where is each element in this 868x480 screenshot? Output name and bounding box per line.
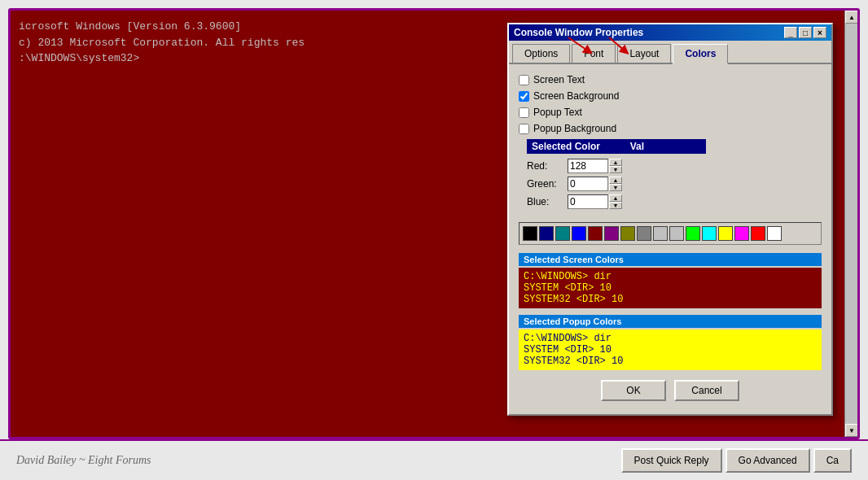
tab-font[interactable]: Font [572,44,616,63]
signature-text: David Bailey ~ Eight Forums [16,454,151,467]
popup-preview-line2: SYSTEM <DIR> 10 [524,344,817,356]
minimize-button[interactable]: _ [784,27,797,38]
screen-bg-row: Screen Background [519,90,649,102]
swatch-magenta[interactable] [734,226,749,241]
tab-options[interactable]: Options [512,44,570,63]
screen-text-checkbox[interactable] [519,75,529,85]
screen-preview-line2: SYSTEM <DIR> 10 [524,282,817,294]
popup-colors-section: Selected Popup Colors C:\WINDOWS> dir SY… [519,315,822,370]
swatch-green[interactable] [686,226,700,241]
popup-preview: C:\WINDOWS> dir SYSTEM <DIR> 10 SYSTEM32… [519,329,822,370]
bottom-bar: David Bailey ~ Eight Forums Post Quick R… [0,439,868,480]
titlebar-buttons: _ □ × [784,27,826,38]
swatch-white[interactable] [767,226,782,241]
swatch-teal[interactable] [555,226,570,241]
red-label: Red: [527,160,568,172]
red-input[interactable] [568,159,608,173]
swatch-black[interactable] [523,226,537,241]
popup-preview-line1: C:\WINDOWS> dir [524,333,817,344]
swatch-red[interactable] [751,226,765,241]
post-quick-reply-button[interactable]: Post Quick Reply [621,448,722,473]
blue-down-button[interactable]: ▼ [609,202,622,209]
green-spinner-row: Green: ▲ ▼ [527,177,706,191]
val-label: Val [630,141,644,152]
red-down-button[interactable]: ▼ [609,166,622,173]
screen-colors-section: Selected Screen Colors C:\WINDOWS> dir S… [519,253,822,308]
tab-layout[interactable]: Layout [617,44,671,63]
red-up-button[interactable]: ▲ [609,159,622,166]
dialog-titlebar: Console Window Properties _ □ × [509,24,831,41]
close-button[interactable]: × [813,27,826,38]
blue-up-button[interactable]: ▲ [609,194,622,202]
scrollbar: ▲ ▼ [844,11,857,437]
screen-bg-checkbox[interactable] [519,91,529,102]
ok-button[interactable]: OK [601,380,666,401]
tab-bar: Options Font Layout Colors [509,41,831,64]
popup-bg-row: Popup Background [519,123,649,134]
color-values-column: Selected Color Val Red: ▲ ▼ Gre [527,139,706,212]
dialog-button-row: OK Cancel [519,380,822,404]
screen-colors-header: Selected Screen Colors [519,253,822,266]
red-spinner-row: Red: ▲ ▼ [527,159,706,173]
bottom-button-row: Post Quick Reply Go Advanced Ca [621,448,852,473]
maximize-button[interactable]: □ [799,27,812,38]
cancel-button[interactable]: Cancel [674,380,739,401]
screen-preview-line3: SYSTEM32 <DIR> 10 [524,294,817,305]
checkbox-column: Screen Text Screen Background Popup Text… [519,74,649,139]
popup-bg-label: Popup Background [533,123,616,134]
green-spinners: ▲ ▼ [609,177,622,191]
palette-row [523,226,818,241]
scroll-up-button[interactable]: ▲ [845,11,858,24]
main-content-area: icrosoft Windows [Version 6.3.9600] c) 2… [8,8,860,439]
green-input[interactable] [568,177,608,191]
dialog-content: Screen Text Screen Background Popup Text… [509,64,831,414]
scroll-track[interactable] [845,24,857,424]
green-down-button[interactable]: ▼ [609,184,622,191]
popup-preview-line3: SYSTEM32 <DIR> 10 [524,356,817,367]
swatch-darkred[interactable] [588,226,603,241]
swatch-cyan[interactable] [702,226,717,241]
popup-colors-header: Selected Popup Colors [519,315,822,328]
swatch-silver2[interactable] [669,226,684,241]
swatch-blue[interactable] [572,226,586,241]
tab-colors[interactable]: Colors [673,44,728,64]
screen-preview-line1: C:\WINDOWS> dir [524,271,817,282]
dialog-title: Console Window Properties [514,27,643,38]
ca-button[interactable]: Ca [813,448,852,473]
go-advanced-button[interactable]: Go Advanced [726,448,810,473]
green-up-button[interactable]: ▲ [609,177,622,184]
swatch-olive[interactable] [620,226,635,241]
swatch-gray[interactable] [637,226,651,241]
blue-spinners: ▲ ▼ [609,194,622,209]
color-palette [519,222,822,245]
swatch-silver[interactable] [653,226,668,241]
dialog-box: Console Window Properties _ □ × Options … [507,23,833,416]
screen-preview: C:\WINDOWS> dir SYSTEM <DIR> 10 SYSTEM32… [519,268,822,308]
swatch-darkblue[interactable] [539,226,554,241]
red-spinners: ▲ ▼ [609,159,622,173]
green-label: Green: [527,178,568,190]
swatch-purple[interactable] [604,226,619,241]
blue-label: Blue: [527,196,568,207]
popup-text-label: Popup Text [533,107,582,118]
popup-text-row: Popup Text [519,107,649,118]
blue-input[interactable] [568,194,608,209]
swatch-yellow[interactable] [718,226,733,241]
screen-text-label: Screen Text [533,74,585,85]
screen-bg-label: Screen Background [533,90,619,102]
popup-bg-checkbox[interactable] [519,124,529,134]
selected-color-header: Selected Color Val [527,139,706,154]
screen-text-row: Screen Text [519,74,649,85]
popup-text-checkbox[interactable] [519,107,529,118]
blue-spinner-row: Blue: ▲ ▼ [527,194,706,209]
scroll-down-button[interactable]: ▼ [845,424,858,437]
